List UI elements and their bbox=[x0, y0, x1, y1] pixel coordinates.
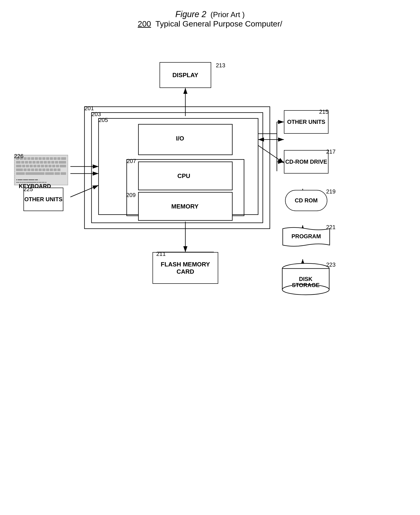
svg-rect-50 bbox=[16, 165, 21, 167]
svg-rect-54 bbox=[34, 165, 36, 167]
svg-rect-56 bbox=[41, 165, 44, 167]
cd-rom-label: CD ROM bbox=[295, 197, 317, 204]
svg-text:STORAGE: STORAGE bbox=[292, 282, 320, 288]
figure-ref-num: 200 bbox=[138, 19, 151, 28]
svg-rect-43 bbox=[36, 161, 39, 163]
svg-line-16 bbox=[258, 145, 284, 163]
flash-memory-label: FLASH MEMORY CARD bbox=[153, 261, 218, 275]
svg-rect-41 bbox=[29, 161, 32, 163]
cdrom-drive-ref: 217 bbox=[326, 148, 336, 155]
svg-text:PROGRAM: PROGRAM bbox=[292, 233, 321, 239]
other-units-left-label: OTHER UNITS bbox=[24, 196, 63, 203]
display-ref: 213 bbox=[216, 62, 225, 69]
svg-rect-29 bbox=[31, 157, 34, 160]
cpu-label: CPU bbox=[177, 172, 190, 180]
svg-rect-39 bbox=[21, 161, 24, 163]
page-title: Figure 2 (Prior Art ) 200 Typical Genera… bbox=[0, 0, 420, 28]
ref-201: 201 bbox=[84, 105, 94, 112]
svg-rect-38 bbox=[16, 161, 20, 163]
diagram: DISPLAY 213 I/O CPU MEMORY 201 203 205 2… bbox=[0, 47, 420, 504]
svg-rect-53 bbox=[30, 165, 33, 167]
svg-rect-69 bbox=[46, 169, 49, 171]
svg-rect-70 bbox=[50, 169, 53, 171]
display-label: DISPLAY bbox=[172, 72, 198, 79]
svg-rect-65 bbox=[31, 169, 34, 171]
other-units-right-label: OTHER UNITS bbox=[287, 119, 325, 125]
keyboard-ref: 226 bbox=[14, 153, 23, 160]
svg-rect-67 bbox=[39, 169, 42, 171]
svg-rect-6 bbox=[138, 124, 232, 155]
svg-rect-68 bbox=[43, 169, 45, 171]
svg-rect-76 bbox=[55, 172, 60, 175]
disk-storage-ref: 223 bbox=[326, 261, 336, 268]
ref-209: 209 bbox=[126, 192, 136, 199]
svg-rect-49 bbox=[59, 161, 66, 163]
svg-rect-3 bbox=[84, 107, 270, 229]
svg-rect-35 bbox=[54, 157, 57, 160]
svg-rect-32 bbox=[43, 157, 45, 160]
svg-rect-45 bbox=[44, 161, 47, 163]
svg-rect-27 bbox=[24, 157, 27, 160]
svg-rect-57 bbox=[45, 165, 48, 167]
svg-rect-63 bbox=[24, 169, 27, 171]
figure-label: Figure 2 bbox=[175, 9, 206, 19]
svg-rect-58 bbox=[49, 165, 51, 167]
svg-rect-42 bbox=[33, 161, 35, 163]
figure-subtitle-text: Typical General Purpose Computer/ bbox=[156, 19, 282, 28]
svg-line-14 bbox=[70, 185, 98, 197]
figure-subtitle: 200 Typical General Purpose Computer/ bbox=[138, 19, 282, 28]
svg-rect-59 bbox=[52, 165, 55, 167]
svg-rect-66 bbox=[35, 169, 38, 171]
svg-rect-51 bbox=[22, 165, 25, 167]
program-shape: PROGRAM bbox=[280, 225, 332, 249]
svg-rect-37 bbox=[61, 157, 66, 160]
svg-rect-28 bbox=[27, 157, 30, 160]
cd-rom-box: CD ROM bbox=[285, 190, 327, 211]
cdrom-drive-label: CD-ROM DRIVE bbox=[285, 159, 327, 165]
svg-rect-62 bbox=[16, 169, 23, 171]
svg-rect-75 bbox=[45, 172, 54, 175]
svg-rect-64 bbox=[27, 169, 30, 171]
io-label: I/O bbox=[176, 135, 184, 142]
svg-rect-34 bbox=[50, 157, 53, 160]
svg-text:■ ■■■■■ ■■■■■ ■■■■■■ ■■■ ---: ■ ■■■■■ ■■■■■ ■■■■■■ ■■■ --- bbox=[16, 179, 40, 181]
svg-rect-31 bbox=[39, 157, 42, 160]
svg-rect-74 bbox=[26, 172, 44, 175]
disk-storage-shape: DISK STORAGE bbox=[281, 263, 330, 295]
cd-rom-ref: 219 bbox=[326, 188, 336, 195]
other-units-right-ref: 215 bbox=[319, 109, 329, 115]
prior-art-label: (Prior Art ) bbox=[210, 10, 245, 19]
svg-rect-72 bbox=[58, 169, 60, 171]
ref-203: 203 bbox=[91, 111, 101, 118]
ref-205: 205 bbox=[98, 117, 108, 123]
svg-rect-73 bbox=[16, 172, 25, 175]
ref-207: 207 bbox=[127, 158, 136, 164]
svg-rect-44 bbox=[40, 161, 43, 163]
svg-rect-48 bbox=[55, 161, 58, 163]
svg-rect-5 bbox=[98, 118, 258, 215]
flash-memory-ref: 211 bbox=[156, 251, 166, 257]
other-units-left-ref: 225 bbox=[23, 186, 33, 192]
svg-rect-30 bbox=[35, 157, 38, 160]
cdrom-drive-box: CD-ROM DRIVE bbox=[284, 150, 329, 174]
svg-rect-52 bbox=[26, 165, 29, 167]
svg-rect-61 bbox=[60, 165, 66, 167]
svg-rect-36 bbox=[58, 157, 60, 160]
svg-text:DISK: DISK bbox=[299, 276, 313, 282]
memory-label: MEMORY bbox=[171, 203, 198, 210]
svg-rect-55 bbox=[37, 165, 40, 167]
svg-rect-46 bbox=[48, 161, 51, 163]
svg-rect-47 bbox=[51, 161, 54, 163]
svg-rect-33 bbox=[46, 157, 49, 160]
svg-rect-60 bbox=[56, 165, 59, 167]
svg-rect-77 bbox=[61, 172, 66, 175]
svg-rect-71 bbox=[54, 169, 57, 171]
svg-rect-40 bbox=[25, 161, 28, 163]
display-box: DISPLAY bbox=[159, 62, 211, 88]
program-ref: 221 bbox=[326, 224, 336, 230]
